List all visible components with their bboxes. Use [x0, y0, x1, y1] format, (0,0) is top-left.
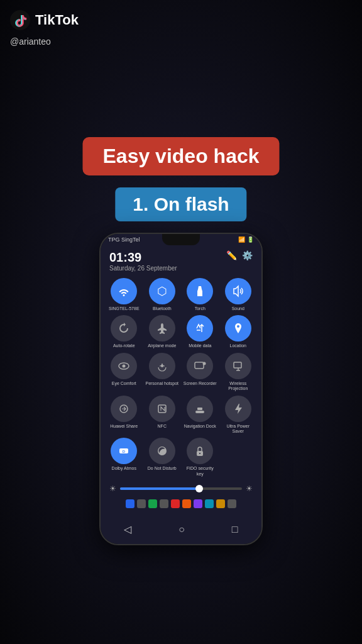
carrier-text: TPG SingTel — [108, 236, 140, 243]
toggle-nfc-circle — [149, 396, 175, 422]
toggle-dnd-label: Do Not Disturb — [148, 466, 177, 471]
qs-action-icons: ✏️ ⚙️ — [226, 250, 253, 260]
toggle-powersaver[interactable]: Ultra Power Saver — [221, 396, 256, 435]
toggle-bluetooth-label: Bluetooth — [153, 306, 172, 311]
toggle-fido[interactable]: FIDO security key — [183, 438, 217, 477]
qs-date: Saturday, 26 September — [109, 265, 177, 272]
toggle-bluetooth[interactable]: ⬡ Bluetooth — [145, 278, 180, 311]
brightness-thumb — [195, 485, 203, 492]
toggle-autorotate-circle — [111, 315, 137, 341]
toggle-navdock-label: Navigation Dock — [184, 424, 216, 429]
toggle-wifi-circle — [111, 278, 137, 304]
svg-point-2 — [123, 364, 126, 367]
step-title-label: 1. On flash — [115, 187, 246, 221]
toggle-wireless-label: Wireless Projection — [221, 381, 256, 392]
toggle-mobiledata[interactable]: Mobile data — [183, 315, 217, 348]
toggle-fido-circle — [187, 438, 213, 464]
toggle-torch-circle — [187, 278, 213, 304]
toggle-hotspot-circle — [149, 353, 175, 379]
phone-screen: TPG SingTel 📶 🔋 01:39 Saturday, 26 Septe… — [99, 233, 263, 545]
brightness-high-icon: ☀ — [246, 484, 253, 493]
app-icon-10[interactable] — [228, 499, 236, 508]
toggle-eyecomfort-circle — [111, 353, 137, 379]
toggle-dolby-circle: D — [111, 438, 137, 464]
svg-rect-6 — [234, 362, 241, 368]
back-button[interactable]: ◁ — [124, 523, 131, 535]
toggle-dolby[interactable]: D Dolby Atmos — [107, 438, 141, 477]
app-icon-2[interactable] — [137, 499, 146, 508]
phone-mockup: TPG SingTel 📶 🔋 01:39 Saturday, 26 Septe… — [99, 233, 263, 545]
toggle-screenrecorder-label: Screen Recorder — [184, 381, 217, 386]
toggle-location[interactable]: Location — [221, 315, 256, 348]
app-icon-4[interactable] — [160, 499, 168, 508]
toggle-screenrecorder[interactable]: Screen Recorder — [183, 353, 217, 392]
recents-button[interactable]: □ — [232, 524, 238, 535]
toggle-wifi-label: SINGTEL-578E — [109, 306, 140, 311]
app-icon-8[interactable] — [205, 499, 214, 508]
app-icon-9[interactable] — [216, 499, 225, 508]
edit-icon[interactable]: ✏️ — [226, 250, 237, 260]
toggle-mobiledata-label: Mobile data — [189, 343, 211, 348]
app-icons-row — [107, 497, 255, 511]
toggle-eyecomfort[interactable]: Eye Comfort — [107, 353, 141, 392]
tiktok-logo-icon — [10, 10, 30, 30]
svg-text:D: D — [123, 450, 126, 453]
toggle-airplane-circle — [149, 315, 175, 341]
toggle-torch[interactable]: Torch — [183, 278, 217, 311]
toggle-navdock-circle — [187, 396, 213, 422]
toggle-sound-circle — [225, 278, 251, 304]
quick-settings-panel: 01:39 Saturday, 26 September ✏️ ⚙️ SINGT… — [101, 245, 261, 517]
toggle-screenrecorder-circle — [187, 353, 213, 379]
toggle-dnd-circle — [149, 438, 175, 464]
toggle-airplane-label: Airplane mode — [148, 343, 176, 348]
toggle-hotspot[interactable]: Personal hotspot — [145, 353, 180, 392]
toggle-huaweishare[interactable]: Huawei Share — [107, 396, 141, 435]
app-title: TikTok — [35, 12, 79, 28]
toggle-autorotate[interactable]: Auto-rotate — [107, 315, 141, 348]
toggle-eyecomfort-label: Eye Comfort — [112, 381, 136, 386]
toggle-nfc[interactable]: NFC — [145, 396, 180, 435]
settings-icon[interactable]: ⚙️ — [242, 250, 253, 260]
brightness-low-icon: ☀ — [109, 484, 116, 493]
app-icon-7[interactable] — [194, 499, 202, 508]
home-button[interactable]: ○ — [178, 524, 185, 535]
toggle-location-circle — [225, 315, 251, 341]
app-icon-1[interactable] — [126, 499, 134, 508]
brightness-row: ☀ ☀ — [107, 480, 255, 497]
app-icon-3[interactable] — [148, 499, 157, 508]
toggle-bluetooth-circle: ⬡ — [149, 278, 175, 304]
toggle-powersaver-circle — [225, 396, 251, 422]
toggle-huaweishare-label: Huawei Share — [110, 424, 138, 429]
toggle-navdock[interactable]: Navigation Dock — [183, 396, 217, 435]
toggle-autorotate-label: Auto-rotate — [113, 343, 135, 348]
qs-time: 01:39 — [109, 250, 177, 265]
toggle-huaweishare-circle — [111, 396, 137, 422]
app-icon-6[interactable] — [182, 499, 191, 508]
navigation-bar: ◁ ○ □ — [101, 517, 261, 544]
brightness-slider[interactable] — [120, 487, 242, 490]
toggle-wireless[interactable]: Wireless Projection — [221, 353, 256, 392]
svg-point-14 — [199, 453, 200, 454]
hack-title-label: Easy video hack — [82, 137, 279, 175]
svg-rect-10 — [197, 408, 202, 410]
toggle-powersaver-label: Ultra Power Saver — [221, 424, 256, 435]
toggle-sound[interactable]: Sound — [221, 278, 256, 311]
toggle-location-label: Location — [230, 343, 246, 348]
app-icon-5[interactable] — [171, 499, 180, 508]
brightness-fill — [120, 487, 199, 490]
toggle-grid: SINGTEL-578E ⬡ Bluetooth Torch — [107, 278, 255, 477]
toggle-wireless-circle — [225, 353, 251, 379]
toggle-wifi[interactable]: SINGTEL-578E — [107, 278, 141, 311]
toggle-dnd[interactable]: Do Not Disturb — [145, 438, 180, 477]
toggle-torch-label: Torch — [195, 306, 206, 311]
toggle-fido-label: FIDO security key — [183, 466, 217, 477]
qs-header: 01:39 Saturday, 26 September ✏️ ⚙️ — [107, 250, 255, 272]
header: TikTok — [10, 10, 79, 30]
username: @arianteo — [10, 36, 51, 47]
toggle-mobiledata-circle — [187, 315, 213, 341]
toggle-airplane[interactable]: Airplane mode — [145, 315, 180, 348]
qs-time-block: 01:39 Saturday, 26 September — [109, 250, 177, 272]
phone-notch — [162, 234, 200, 245]
svg-rect-4 — [195, 362, 204, 369]
toggle-nfc-label: NFC — [158, 424, 167, 429]
